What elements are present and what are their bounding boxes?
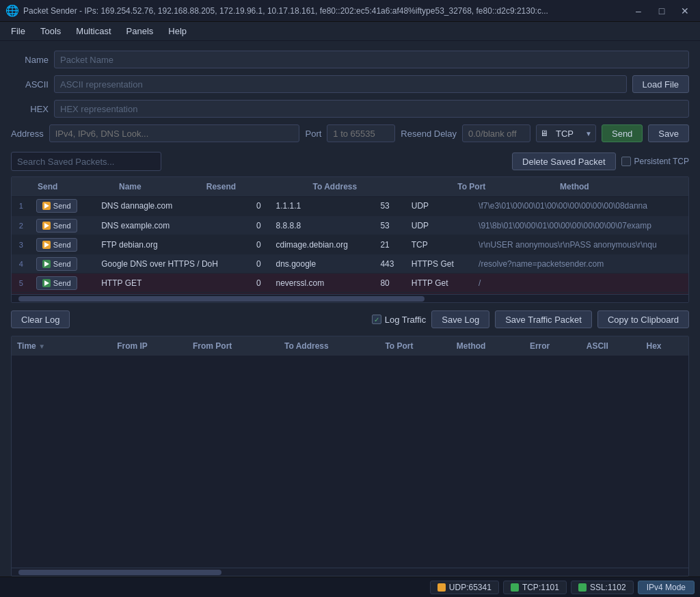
svg-marker-3 bbox=[44, 261, 49, 267]
tcp-status-label: TCP:1101 bbox=[522, 583, 559, 592]
resend-input[interactable] bbox=[462, 124, 530, 142]
row-num: 3 bbox=[12, 235, 31, 254]
log-horizontal-scrollbar[interactable] bbox=[12, 568, 688, 576]
udp-status-badge: UDP:65341 bbox=[430, 581, 499, 594]
log-traffic-checkbox[interactable] bbox=[372, 315, 381, 324]
titlebar: 🌐 Packet Sender - IPs: 169.254.52.76, 19… bbox=[0, 0, 700, 22]
horizontal-scrollbar[interactable] bbox=[12, 294, 688, 302]
row-to-address: cdimage.debian.org bbox=[270, 235, 375, 254]
search-input[interactable] bbox=[11, 152, 161, 171]
ssl-status-label: SSL:1102 bbox=[590, 583, 626, 592]
send-button[interactable]: Send bbox=[602, 124, 643, 142]
log-traffic-wrapper[interactable]: Log Traffic bbox=[372, 315, 426, 325]
protocol-icon: 🖥 bbox=[540, 129, 548, 138]
packets-table-wrapper: Send Name Resend To Address To Port Meth… bbox=[11, 176, 689, 303]
name-input[interactable] bbox=[54, 51, 689, 68]
minimize-button[interactable]: – bbox=[629, 1, 648, 21]
row-resend: 0 bbox=[251, 235, 271, 254]
row-send-cell: Send bbox=[31, 216, 96, 235]
resend-label: Resend Delay bbox=[401, 129, 457, 139]
scrollbar-thumb bbox=[18, 296, 425, 302]
row-method: UDP bbox=[406, 216, 473, 235]
ascii-input[interactable] bbox=[54, 75, 627, 93]
table-row: 4 Send Google DNS over HTTPS / DoH 0 dns… bbox=[12, 254, 688, 274]
col-method: Method bbox=[554, 177, 660, 196]
menu-help[interactable]: Help bbox=[161, 24, 193, 38]
load-file-button[interactable]: Load File bbox=[632, 75, 689, 93]
log-col-hex: Hex bbox=[641, 336, 688, 356]
svg-marker-2 bbox=[44, 242, 49, 248]
titlebar-title: Packet Sender - IPs: 169.254.52.76, 192.… bbox=[23, 6, 625, 16]
row-send-button[interactable]: Send bbox=[36, 199, 77, 213]
port-input[interactable] bbox=[327, 124, 395, 142]
row-to-port: 53 bbox=[375, 197, 405, 216]
name-row: Name bbox=[11, 49, 689, 70]
row-num: 4 bbox=[12, 254, 31, 274]
statusbar: UDP:65341 TCP:1101 SSL:1102 IPv4 Mode bbox=[0, 576, 700, 597]
row-data: \91\8b\01\00\00\01\00\00\00\00\00\00\07e… bbox=[473, 216, 688, 235]
menu-multicast[interactable]: Multicast bbox=[69, 24, 118, 38]
hex-input[interactable] bbox=[54, 100, 689, 118]
col-send: Send bbox=[32, 177, 113, 196]
row-method: HTTP Get bbox=[406, 274, 473, 293]
row-send-cell: Send bbox=[31, 274, 96, 293]
row-to-address: neverssl.com bbox=[270, 274, 375, 293]
log-col-to-address: To Address bbox=[279, 336, 379, 356]
ascii-label: ASCII bbox=[11, 79, 49, 90]
persistent-tcp-label: Persistent TCP bbox=[634, 157, 689, 166]
copy-to-clipboard-button[interactable]: Copy to Clipboard bbox=[597, 310, 689, 328]
packets-table-body: 1 Send DNS dannagle.com 0 1.1.1.1 53 UDP… bbox=[12, 197, 688, 295]
ssl-status-badge: SSL:1102 bbox=[571, 581, 634, 594]
name-label: Name bbox=[11, 55, 49, 65]
menu-panels[interactable]: Panels bbox=[120, 24, 161, 38]
col-name: Name bbox=[113, 177, 201, 196]
row-to-port: 80 bbox=[375, 274, 405, 293]
log-col-error: Error bbox=[524, 336, 581, 356]
row-resend: 0 bbox=[251, 216, 271, 235]
row-method: TCP bbox=[406, 235, 473, 254]
table-row: 5 Send HTTP GET 0 neverssl.com 80 HTTP G… bbox=[12, 274, 688, 293]
address-row: Address Port Resend Delay 🖥 TCP UDP SSL … bbox=[11, 123, 689, 144]
log-col-time: Time ▼ bbox=[12, 336, 111, 356]
menu-tools[interactable]: Tools bbox=[33, 24, 68, 38]
ipv4-mode-badge: IPv4 Mode bbox=[638, 581, 695, 594]
row-num: 2 bbox=[12, 216, 31, 235]
row-data: \f7\e3\01\00\00\01\00\00\00\00\00\00\08d… bbox=[473, 197, 688, 216]
table-row: 1 Send DNS dannagle.com 0 1.1.1.1 53 UDP… bbox=[12, 197, 688, 216]
save-traffic-packet-button[interactable]: Save Traffic Packet bbox=[495, 310, 592, 328]
row-send-button[interactable]: Send bbox=[36, 276, 77, 290]
row-send-cell: Send bbox=[31, 254, 96, 274]
save-button[interactable]: Save bbox=[648, 124, 689, 142]
row-resend: 0 bbox=[251, 197, 271, 216]
packets-table: Send Name Resend To Address To Port Meth… bbox=[12, 177, 688, 197]
row-send-button[interactable]: Send bbox=[36, 257, 77, 271]
row-send-button[interactable]: Send bbox=[36, 238, 77, 252]
row-send-cell: Send bbox=[31, 235, 96, 254]
delete-saved-packet-button[interactable]: Delete Saved Packet bbox=[512, 152, 615, 170]
log-table-wrapper: Time ▼ From IP From Port To Address To P… bbox=[11, 336, 689, 576]
row-name: DNS example.com bbox=[96, 216, 251, 235]
packets-table-header: Send Name Resend To Address To Port Meth… bbox=[12, 177, 688, 196]
log-table: Time ▼ From IP From Port To Address To P… bbox=[12, 336, 688, 356]
row-send-button[interactable]: Send bbox=[36, 219, 77, 233]
col-data bbox=[660, 177, 688, 196]
menu-file[interactable]: File bbox=[4, 24, 32, 38]
save-log-button[interactable]: Save Log bbox=[431, 310, 489, 328]
clear-log-button[interactable]: Clear Log bbox=[11, 310, 70, 328]
row-num: 5 bbox=[12, 274, 31, 293]
row-method: HTTPS Get bbox=[406, 254, 473, 274]
close-button[interactable]: ✕ bbox=[675, 1, 695, 21]
hex-row: HEX bbox=[11, 98, 689, 119]
menubar: File Tools Multicast Panels Help bbox=[0, 22, 700, 41]
table-row: 3 Send FTP debian.org 0 cdimage.debian.o… bbox=[12, 235, 688, 254]
row-to-port: 53 bbox=[375, 216, 405, 235]
udp-indicator bbox=[438, 583, 446, 592]
persistent-tcp-checkbox[interactable] bbox=[621, 157, 631, 166]
persistent-tcp-wrapper: Persistent TCP bbox=[621, 157, 689, 166]
hex-label: HEX bbox=[11, 104, 49, 114]
svg-marker-0 bbox=[44, 203, 49, 209]
row-to-address: 8.8.8.8 bbox=[270, 216, 375, 235]
ascii-row: ASCII Load File bbox=[11, 74, 689, 94]
address-input[interactable] bbox=[49, 124, 300, 142]
maximize-button[interactable]: □ bbox=[652, 1, 671, 21]
